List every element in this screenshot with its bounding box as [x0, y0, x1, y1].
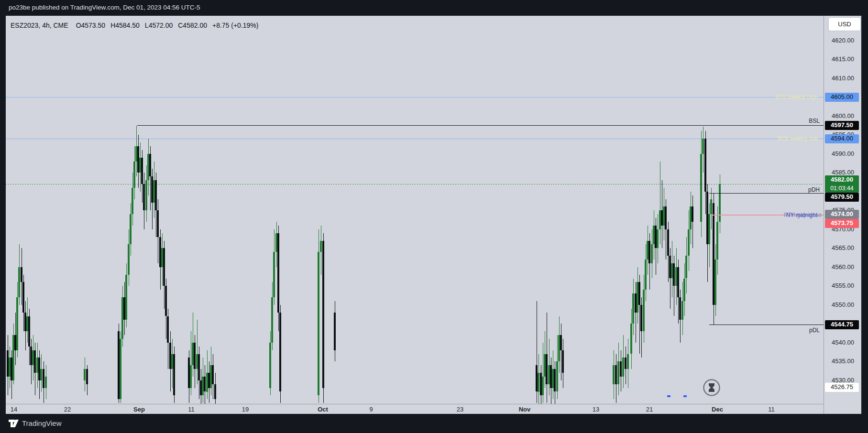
- candle: [546, 354, 548, 384]
- candle: [538, 373, 539, 392]
- publish-info-text: po23be published on TradingView.com, Dec…: [9, 4, 200, 11]
- candle: [688, 229, 690, 256]
- candle: [130, 214, 132, 244]
- candle: [84, 369, 86, 380]
- time-tick: 22: [64, 406, 71, 413]
- candle: [86, 369, 88, 384]
- candle: [197, 320, 198, 384]
- marker-icon: [667, 395, 670, 397]
- candle: [681, 301, 683, 320]
- candle: [18, 267, 20, 297]
- candle: [704, 139, 706, 192]
- footer-bar: TradingView: [0, 414, 868, 433]
- candle: [190, 365, 192, 388]
- marker-icon: [683, 395, 687, 397]
- candle: [667, 229, 669, 256]
- price-badge: 4605.00: [825, 93, 859, 102]
- price-tick: 4540.00: [824, 339, 862, 346]
- time-tick: 9: [369, 406, 373, 413]
- level-label: pDH: [808, 186, 820, 193]
- chart-plot-area[interactable]: BISI weekly highBSLBISI weekly lowpDHRTH…: [6, 16, 824, 404]
- tradingview-brand-text[interactable]: TradingView: [22, 419, 62, 427]
- candle: [702, 139, 704, 154]
- publish-titlebar: po23be published on TradingView.com, Dec…: [0, 0, 868, 16]
- candle: [648, 241, 650, 263]
- level-label: BISI weekly low: [778, 135, 818, 142]
- time-axis[interactable]: 1422Sep1119Oct923Nov1321Dec11: [6, 404, 824, 414]
- candle: [163, 248, 165, 286]
- countdown-timer: 01:03:44: [825, 184, 859, 193]
- price-tick: 4560.00: [824, 264, 862, 271]
- candle: [149, 154, 151, 176]
- price-level-line: [709, 193, 824, 194]
- candle: [194, 343, 196, 369]
- candle: [155, 180, 157, 210]
- currency-label: USD: [838, 21, 851, 28]
- candle: [157, 210, 159, 237]
- candle: [322, 241, 324, 388]
- price-badge: 4574.00: [825, 210, 859, 219]
- time-tick: 19: [242, 406, 249, 413]
- candle: [561, 324, 561, 380]
- symbol-title: ESZ2023, 4h, CME: [11, 22, 68, 29]
- candle: [615, 365, 617, 384]
- price-tick: 4600.00: [824, 113, 862, 119]
- candle: [556, 361, 558, 391]
- time-tick: Dec: [712, 406, 723, 413]
- candle: [665, 206, 667, 229]
- candle: [683, 279, 685, 301]
- hourglass-delay-icon: [702, 378, 721, 399]
- symbol-legend[interactable]: ESZ2023, 4h, CMEO4573.50H4584.50L4572.00…: [11, 22, 264, 29]
- candle: [657, 229, 659, 249]
- candle: [269, 343, 271, 388]
- price-tick: 4535.00: [824, 358, 862, 365]
- time-tick: 23: [457, 406, 463, 413]
- candle: [45, 377, 47, 388]
- currency-toggle-button[interactable]: USD: [829, 18, 860, 31]
- candle: [273, 252, 275, 297]
- candle: [318, 252, 319, 395]
- tradingview-logo-icon[interactable]: [9, 420, 20, 428]
- candle: [279, 313, 281, 392]
- level-label: pDL: [809, 327, 820, 334]
- time-tick: 21: [646, 406, 653, 413]
- candle: [554, 369, 556, 391]
- legend-close: C4582.00: [178, 22, 207, 29]
- price-tick: 4550.00: [824, 302, 862, 308]
- candle: [16, 297, 18, 350]
- candle: [173, 354, 175, 396]
- time-tick: 13: [593, 406, 599, 413]
- time-tick: Nov: [519, 406, 531, 413]
- candle: [716, 222, 718, 260]
- price-level-line: [709, 325, 824, 325]
- candle: [22, 282, 24, 312]
- candle: [21, 267, 22, 282]
- price-level-line: [6, 97, 824, 97]
- price-tick: 4620.00: [824, 37, 862, 44]
- level-label: BSL: [809, 118, 820, 124]
- candle: [613, 365, 615, 384]
- candle: [685, 256, 687, 278]
- level-label: BISI weekly high: [775, 94, 818, 100]
- candle: [34, 350, 36, 373]
- candle: [692, 195, 693, 249]
- price-level-line: [137, 125, 824, 126]
- candle: [542, 377, 544, 396]
- time-tick: Sep: [133, 406, 145, 413]
- candle: [120, 339, 121, 399]
- candle: [43, 369, 44, 388]
- candle: [165, 286, 167, 316]
- candle: [167, 316, 169, 343]
- price-axis[interactable]: 4620.004615.004610.004600.004595.004590.…: [824, 16, 862, 414]
- candle: [212, 365, 214, 384]
- candle: [560, 335, 562, 350]
- candle: [40, 369, 42, 380]
- candle: [692, 206, 693, 222]
- price-tick: 4610.00: [824, 75, 862, 82]
- candle: [643, 290, 645, 331]
- candle: [710, 199, 712, 215]
- candle: [271, 297, 273, 343]
- price-badge: 4594.00: [825, 134, 859, 143]
- candle: [640, 305, 642, 331]
- candle: [128, 244, 130, 274]
